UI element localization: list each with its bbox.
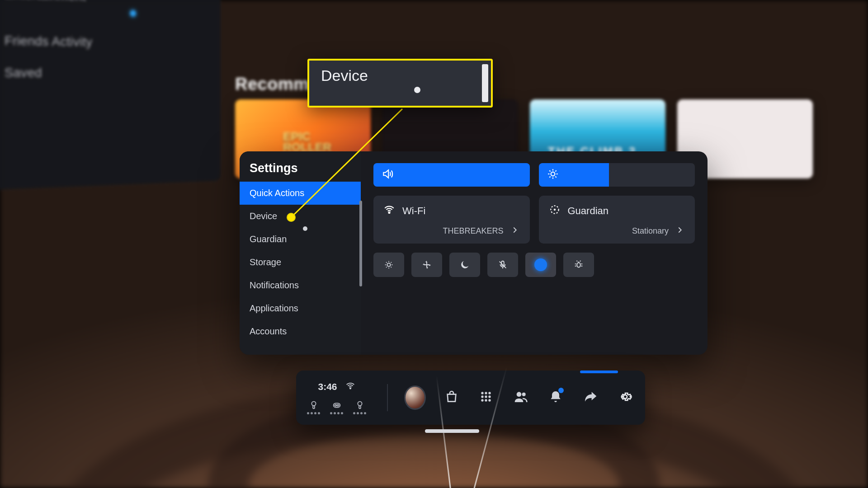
- active-glow-icon: [534, 258, 547, 271]
- notification-badge-icon: [558, 388, 564, 393]
- toggle-mic-mute[interactable]: [487, 253, 518, 277]
- volume-icon: [382, 168, 393, 182]
- settings-nav-storage[interactable]: Storage: [240, 251, 361, 274]
- settings-nav-device[interactable]: Device: [240, 205, 361, 228]
- wifi-title: Wi-Fi: [402, 205, 425, 217]
- svg-point-19: [485, 395, 487, 398]
- svg-point-12: [337, 404, 339, 406]
- chevron-right-icon: [510, 225, 520, 237]
- sidebar-item-saved[interactable]: Saved: [0, 56, 221, 89]
- svg-point-18: [481, 395, 484, 398]
- toggle-night-display[interactable]: [373, 253, 404, 277]
- dock-store-button[interactable]: [442, 389, 461, 406]
- svg-point-25: [522, 393, 526, 396]
- wifi-status-icon: [345, 381, 355, 393]
- dock-apps-button[interactable]: [477, 389, 495, 406]
- settings-nav-accounts[interactable]: Accounts: [240, 320, 361, 343]
- svg-point-7: [349, 388, 350, 389]
- settings-nav-notifications[interactable]: Notifications: [240, 274, 361, 297]
- callout-highlight: Device: [307, 59, 493, 108]
- settings-nav-label: Device: [250, 211, 277, 221]
- guardian-icon: [549, 204, 561, 218]
- svg-point-0: [551, 172, 555, 176]
- settings-nav-applications[interactable]: Applications: [240, 297, 361, 320]
- profile-avatar[interactable]: [404, 385, 426, 410]
- divider: [387, 384, 388, 411]
- brightness-slider[interactable]: [539, 163, 695, 187]
- battery-indicators: [307, 400, 366, 414]
- guardian-mode: Stationary: [632, 226, 669, 236]
- dock-settings-button[interactable]: [616, 389, 634, 406]
- sidebar-item-label: Entertainment: [5, 0, 86, 3]
- sidebar-item-friends-activity[interactable]: Friends Activity: [0, 24, 221, 59]
- svg-point-3: [553, 209, 555, 211]
- system-dock: 3:46: [296, 371, 645, 425]
- callout-anchor-dot: [287, 213, 296, 222]
- svg-point-17: [489, 392, 491, 394]
- svg-point-16: [485, 392, 487, 394]
- brightness-icon: [547, 168, 559, 182]
- window-grab-handle[interactable]: [425, 429, 479, 433]
- volume-slider[interactable]: [373, 163, 530, 187]
- settings-nav-quick-actions[interactable]: Quick Actions: [240, 182, 361, 205]
- wifi-icon: [383, 204, 395, 218]
- headset-battery-icon: [330, 400, 343, 414]
- svg-point-11: [335, 404, 336, 406]
- scrollbar[interactable]: [359, 201, 362, 286]
- left-controller-battery-icon: [307, 400, 320, 414]
- wifi-card[interactable]: Wi-Fi THEBREAKERS: [373, 196, 530, 244]
- svg-point-20: [489, 395, 491, 398]
- explore-sidebar: Entertainment Friends Activity Saved: [0, 0, 221, 190]
- chevron-right-icon: [675, 225, 685, 237]
- guardian-card[interactable]: Guardian Stationary: [539, 196, 695, 244]
- toggle-do-not-disturb[interactable]: [449, 253, 480, 277]
- selected-dot-icon: [130, 10, 136, 16]
- svg-point-4: [387, 263, 390, 266]
- scrollbar-icon: [482, 64, 488, 102]
- quick-actions-content: Wi-Fi THEBREAKERS Guardian Stati: [361, 151, 708, 355]
- svg-rect-9: [313, 406, 315, 408]
- settings-panel: Settings Quick Actions Device Guardian S…: [240, 151, 708, 355]
- settings-title: Settings: [240, 158, 361, 182]
- dock-notifications-button[interactable]: [547, 389, 565, 406]
- settings-sidebar: Settings Quick Actions Device Guardian S…: [240, 151, 361, 355]
- right-controller-battery-icon: [353, 400, 366, 414]
- svg-point-23: [489, 399, 491, 401]
- svg-point-21: [481, 399, 484, 401]
- svg-point-22: [485, 399, 487, 401]
- dock-people-button[interactable]: [512, 389, 530, 406]
- toggle-bug-report[interactable]: [563, 253, 594, 277]
- toggle-passthrough[interactable]: [525, 253, 556, 277]
- svg-point-1: [388, 212, 390, 213]
- guardian-title: Guardian: [568, 205, 609, 217]
- svg-rect-14: [359, 406, 361, 408]
- svg-point-8: [311, 402, 316, 406]
- indicator-dot-icon: [414, 87, 420, 93]
- svg-point-13: [358, 402, 362, 406]
- svg-rect-6: [577, 263, 580, 267]
- dock-active-indicator: [580, 371, 618, 373]
- callout-label: Device: [321, 67, 368, 84]
- clock: 3:46: [318, 381, 337, 392]
- wifi-ssid: THEBREAKERS: [443, 226, 503, 236]
- toggle-reset-view[interactable]: [411, 253, 442, 277]
- svg-point-24: [517, 392, 522, 397]
- settings-nav-guardian[interactable]: Guardian: [240, 228, 361, 251]
- svg-point-15: [481, 392, 484, 394]
- quick-toggle-row: [373, 253, 695, 277]
- dock-share-button[interactable]: [581, 389, 599, 406]
